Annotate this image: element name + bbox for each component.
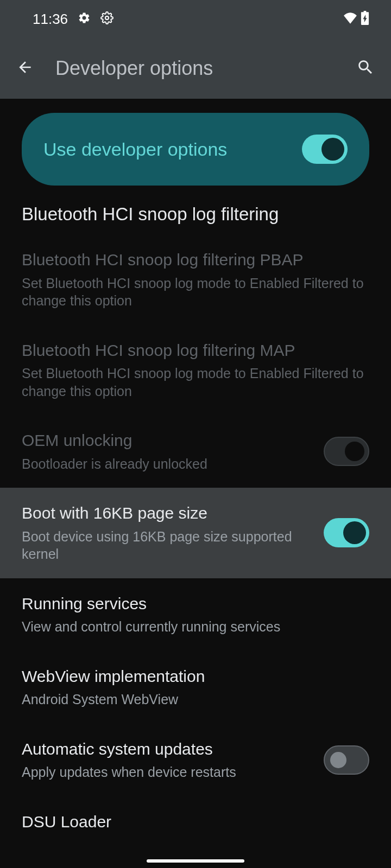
gear-filled-icon xyxy=(78,11,91,27)
setting-title: WebView implementation xyxy=(22,666,369,687)
setting-bluetooth-hci-map[interactable]: Bluetooth HCI snoop log filtering MAP Se… xyxy=(0,325,391,416)
status-left: 11:36 xyxy=(33,11,113,28)
setting-subtitle: Boot device using 16KB page size support… xyxy=(22,528,313,563)
setting-title: DSU Loader xyxy=(22,812,369,832)
status-right xyxy=(343,11,369,27)
master-toggle[interactable]: Use developer options xyxy=(22,113,369,186)
setting-title: Automatic system updates xyxy=(22,739,313,760)
setting-title: Bluetooth HCI snoop log filtering PBAP xyxy=(22,250,369,270)
setting-subtitle: Android System WebView xyxy=(22,691,369,709)
svg-point-0 xyxy=(105,16,109,20)
setting-bluetooth-hci-pbap[interactable]: Bluetooth HCI snoop log filtering PBAP S… xyxy=(0,234,391,325)
app-bar: Developer options xyxy=(0,38,391,99)
setting-running-services[interactable]: Running services View and control curren… xyxy=(0,578,391,651)
setting-subtitle: Set Bluetooth HCI snoop log mode to Enab… xyxy=(22,365,369,400)
boot-16kb-toggle[interactable] xyxy=(324,518,369,547)
setting-subtitle: Set Bluetooth HCI snoop log mode to Enab… xyxy=(22,275,369,310)
wifi-icon xyxy=(343,12,357,26)
setting-subtitle: View and control currently running servi… xyxy=(22,618,369,636)
page-title: Developer options xyxy=(55,57,335,80)
setting-oem-unlocking[interactable]: OEM unlocking Bootloader is already unlo… xyxy=(0,415,391,488)
oem-unlocking-toggle xyxy=(324,437,369,466)
battery-charging-icon xyxy=(361,11,369,27)
search-button[interactable] xyxy=(356,58,375,79)
setting-webview-implementation[interactable]: WebView implementation Android System We… xyxy=(0,651,391,724)
setting-title: Boot with 16KB page size xyxy=(22,503,313,524)
back-button[interactable] xyxy=(16,59,34,78)
master-toggle-container: Use developer options xyxy=(0,99,391,200)
navigation-handle[interactable] xyxy=(147,859,244,863)
setting-title: OEM unlocking xyxy=(22,430,313,451)
setting-dsu-loader[interactable]: DSU Loader xyxy=(0,796,391,832)
master-toggle-label: Use developer options xyxy=(43,139,227,160)
master-toggle-switch[interactable] xyxy=(302,135,348,164)
section-header: Bluetooth HCI snoop log filtering xyxy=(0,200,391,234)
gear-outline-icon xyxy=(100,11,113,27)
status-time: 11:36 xyxy=(33,11,68,28)
setting-subtitle: Bootloader is already unlocked xyxy=(22,455,313,473)
setting-title: Running services xyxy=(22,593,369,614)
setting-title: Bluetooth HCI snoop log filtering MAP xyxy=(22,340,369,361)
status-bar: 11:36 xyxy=(0,0,391,38)
setting-subtitle: Apply updates when device restarts xyxy=(22,763,313,781)
setting-boot-16kb[interactable]: Boot with 16KB page size Boot device usi… xyxy=(0,488,391,578)
automatic-updates-toggle[interactable] xyxy=(324,745,369,775)
setting-automatic-system-updates[interactable]: Automatic system updates Apply updates w… xyxy=(0,724,391,796)
